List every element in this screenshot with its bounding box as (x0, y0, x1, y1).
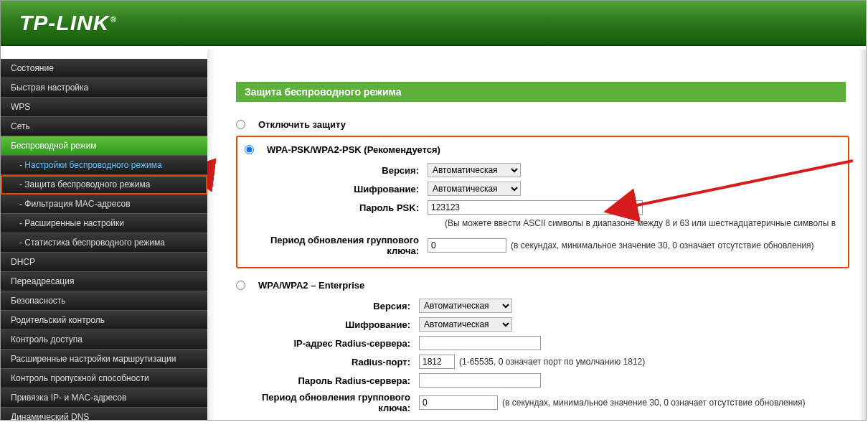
sidebar-item-11[interactable]: Переадресация (1, 272, 207, 291)
page-title: Защита беспроводного режима (236, 82, 846, 102)
input-radius-ip[interactable] (419, 336, 541, 350)
select-encryption[interactable]: Автоматическая (428, 182, 521, 196)
shadow-right (859, 50, 866, 420)
label-group-key: Период обновления группового ключа: (245, 235, 428, 256)
sidebar-item-3[interactable]: Сеть (1, 117, 207, 136)
input-radius-pass[interactable] (419, 373, 541, 388)
wpa-ent-title: WPA/WPA2 – Enterprise (258, 280, 364, 291)
content-area: Защита беспроводного режима Отключить за… (207, 46, 866, 417)
sidebar-item-10[interactable]: DHCP (1, 253, 207, 272)
label-psk-password: Пароль PSK: (245, 202, 428, 213)
radio-wpa-psk[interactable] (245, 145, 254, 154)
group-key-hint: (в секундах, минимальное значение 30, 0 … (511, 240, 814, 250)
wpa-psk-highlight-box: WPA-PSK/WPA2-PSK (Рекомендуется) Версия:… (236, 136, 849, 268)
sidebar-item-4[interactable]: Беспроводной режим (1, 136, 207, 156)
psk-hint: (Вы можете ввести ASCII символы в диапаз… (445, 218, 841, 228)
input-psk-password[interactable] (428, 200, 643, 215)
wpa-psk-title: WPA-PSK/WPA2-PSK (Рекомендуется) (267, 144, 440, 155)
sidebar-item-9[interactable]: - Статистика беспроводного режима (1, 233, 207, 253)
select-version[interactable]: Автоматическая (428, 163, 521, 177)
label-ent-version: Версия: (236, 301, 419, 311)
header: TP-LINK® (1, 1, 866, 46)
label-radius-pass: Пароль Radius-сервера: (236, 375, 419, 386)
option-wpa-enterprise[interactable]: WPA/WPA2 – Enterprise (236, 276, 866, 296)
sidebar-item-7[interactable]: - Фильтрация MAC-адресов (1, 194, 207, 214)
sidebar-item-15[interactable]: Расширенные настройки маршрутизации (1, 350, 207, 369)
label-encryption: Шифрование: (245, 184, 428, 194)
select-ent-version[interactable]: Автоматическая (419, 299, 512, 313)
input-group-key[interactable] (428, 238, 506, 253)
select-ent-encryption[interactable]: Автоматическая (419, 317, 512, 332)
input-ent-group-key[interactable] (419, 395, 498, 410)
sidebar-item-6[interactable]: - Защита беспроводного режима (1, 175, 207, 194)
radio-wpa-enterprise[interactable] (236, 281, 245, 290)
sidebar-item-14[interactable]: Контроль доступа (1, 330, 207, 350)
option-wpa-psk[interactable]: WPA-PSK/WPA2-PSK (Рекомендуется) (245, 144, 841, 161)
sidebar-item-2[interactable]: WPS (1, 98, 207, 117)
sidebar-item-17[interactable]: Привязка IP- и MAC-адресов (1, 388, 207, 408)
label-ent-group-key: Период обновления группового ключа: (236, 392, 419, 413)
label-radius-ip: IP-адрес Radius-сервера: (236, 338, 419, 349)
radius-port-hint: (1-65535, 0 означает порт по умолчанию 1… (459, 357, 645, 367)
sidebar: СостояниеБыстрая настройкаWPSСетьБеспров… (1, 46, 207, 417)
option-disable-security[interactable]: Отключить защиту (236, 115, 866, 136)
sidebar-item-1[interactable]: Быстрая настройка (1, 78, 207, 98)
sidebar-item-12[interactable]: Безопасность (1, 291, 207, 311)
sidebar-item-5[interactable]: - Настройки беспроводного режима (1, 156, 207, 175)
shadow-divider (207, 50, 214, 420)
sidebar-item-8[interactable]: - Расширенные настройки (1, 214, 207, 233)
input-radius-port[interactable] (419, 355, 455, 369)
sidebar-item-18[interactable]: Динамический DNS (1, 408, 207, 421)
sidebar-item-16[interactable]: Контроль пропускной способности (1, 369, 207, 388)
label-radius-port: Radius-порт: (236, 357, 419, 367)
sidebar-item-0[interactable]: Состояние (1, 59, 207, 78)
sidebar-item-13[interactable]: Родительский контроль (1, 311, 207, 330)
label-version: Версия: (245, 165, 428, 176)
ent-group-key-hint: (в секундах, минимальное значение 30, 0 … (502, 398, 806, 408)
disable-label: Отключить защиту (258, 119, 346, 130)
brand-logo: TP-LINK® (19, 11, 117, 35)
radio-disable[interactable] (236, 120, 245, 129)
label-ent-encryption: Шифрование: (236, 319, 419, 330)
